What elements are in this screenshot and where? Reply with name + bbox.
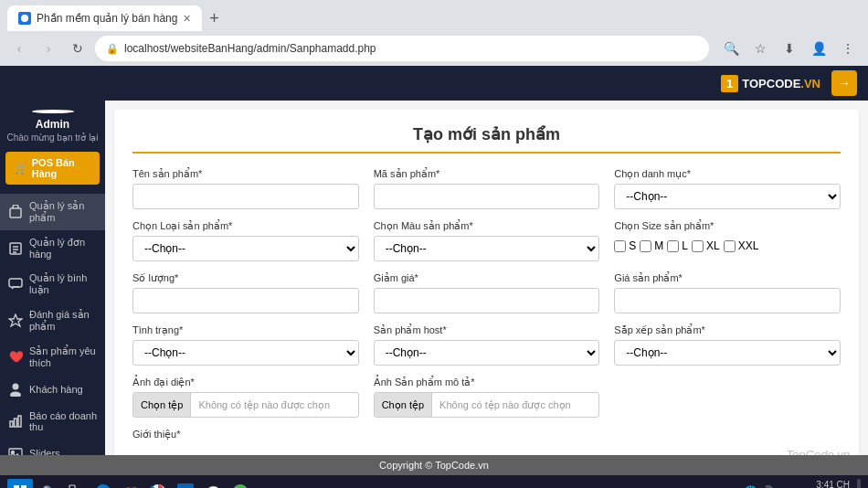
chon-loai-label: Chọn Loại sản phẩm* xyxy=(132,220,359,232)
url-bar[interactable]: 🔒 localhost/websiteBanHang/admin/Sanpham… xyxy=(95,36,709,61)
topcode-watermark: TopCode.vn xyxy=(105,448,868,455)
size-s-checkbox[interactable] xyxy=(614,240,626,252)
ten-san-pham-input[interactable] xyxy=(132,184,359,209)
anh-dai-dien-file-btn[interactable]: Chọn tệp xyxy=(133,393,191,417)
vs-code-btn[interactable]: </> xyxy=(174,480,197,488)
search-browser-btn[interactable]: 🔍 xyxy=(718,36,744,61)
active-tab[interactable]: Phần mềm quản lý bán hàng × xyxy=(7,5,202,31)
size-xl-checkbox[interactable] xyxy=(692,240,704,252)
tinh-trang-select[interactable]: --Chọn-- xyxy=(132,340,359,366)
misc-btn[interactable]: A xyxy=(228,480,252,488)
show-desktop-btn[interactable] xyxy=(857,479,861,488)
back-button[interactable]: ‹ xyxy=(7,37,31,60)
form-group-size: Chọn Size sản phẩm* S M L xyxy=(614,220,841,261)
svg-rect-14 xyxy=(18,416,21,427)
size-m-label: M xyxy=(654,239,663,252)
taskview-btn[interactable] xyxy=(64,480,88,488)
svg-rect-12 xyxy=(10,421,13,427)
main-layout: Admin Chào mừng bạn trở lại 🛒 POS Bán Hà… xyxy=(0,101,868,455)
tab-close-button[interactable]: × xyxy=(183,12,190,25)
chon-mau-select[interactable]: --Chọn-- xyxy=(374,236,600,261)
form-group-tinhtrang: Tình trạng* --Chọn-- xyxy=(132,324,359,366)
san-pham-host-select[interactable]: --Chọn-- xyxy=(374,340,600,366)
new-tab-button[interactable]: + xyxy=(202,5,228,31)
sidebar-item-customers-label: Khách hàng xyxy=(29,384,83,395)
ma-san-pham-input[interactable] xyxy=(374,184,600,209)
sidebar-item-sliders[interactable]: Sliders xyxy=(0,439,105,455)
brand-logo: 1 TOPCODE.VN xyxy=(721,75,820,92)
heart-icon xyxy=(7,349,24,366)
form-group-placeholder xyxy=(614,377,841,418)
sap-xep-label: Sắp xếp sản phẩm* xyxy=(614,324,841,336)
tab-title: Phần mềm quản lý bán hàng xyxy=(37,12,177,25)
size-s-label: S xyxy=(629,239,636,252)
search-taskbar-btn[interactable]: 🔍 xyxy=(37,480,60,488)
so-luong-input[interactable] xyxy=(132,288,359,313)
gia-san-pham-input[interactable] xyxy=(614,288,841,313)
form-row-2: Chọn Loại sản phẩm* --Chọn-- Chọn Màu sả… xyxy=(132,220,841,261)
image-icon xyxy=(7,445,24,455)
sidebar-item-revenue[interactable]: Báo cáo doanh thu xyxy=(0,404,105,439)
sidebar-item-comments-label: Quản lý bình luận xyxy=(29,272,98,296)
size-s-item: S xyxy=(614,239,636,252)
bookmark-btn[interactable]: ☆ xyxy=(747,36,773,61)
sidebar-item-sliders-label: Sliders xyxy=(29,448,60,455)
browser-actions: 🔍 ☆ ⬇ 👤 ⋮ xyxy=(718,36,861,61)
sap-xep-select[interactable]: --Chọn-- xyxy=(614,340,841,366)
box-icon xyxy=(7,204,24,220)
sidebar-item-comments[interactable]: Quản lý bình luận xyxy=(0,266,105,302)
admin-name: Admin xyxy=(36,118,69,131)
pos-button[interactable]: 🛒 POS Bán Hàng xyxy=(5,152,101,185)
form-group-ma: Mã sản phẩm* xyxy=(374,168,600,209)
forward-button[interactable]: › xyxy=(37,37,60,60)
sidebar-item-orders[interactable]: Quản lý đơn hàng xyxy=(0,230,105,266)
form-group-mau: Chọn Màu sản phẩm* --Chọn-- xyxy=(374,220,600,261)
size-l-checkbox[interactable] xyxy=(667,240,679,252)
brand-logo-name: TOPCODE.VN xyxy=(742,77,820,90)
sidebar-item-products-label: Quản lý sản phẩm xyxy=(29,200,98,224)
form-row-5: Ảnh đại diện* Chọn tệp Không có tệp nào … xyxy=(132,377,841,418)
browser-chrome: Phần mềm quản lý bán hàng × + ‹ › ↻ 🔒 lo… xyxy=(0,0,868,66)
chat-icon xyxy=(7,276,24,292)
sidebar-item-favorites[interactable]: Sản phẩm yêu thích xyxy=(0,339,105,375)
chon-loai-select[interactable]: --Chọn-- xyxy=(132,236,359,261)
profile-btn[interactable]: 👤 xyxy=(806,36,831,61)
start-button[interactable] xyxy=(7,479,33,488)
skype-btn[interactable]: 💬 xyxy=(201,480,225,488)
size-m-checkbox[interactable] xyxy=(640,240,651,252)
sidebar-item-products[interactable]: Quản lý sản phẩm xyxy=(0,194,105,230)
form-group-danhmuc: Chọn danh mục* --Chọn-- xyxy=(614,168,841,209)
brand-arrow-btn[interactable]: → xyxy=(831,70,857,96)
sidebar-item-customers[interactable]: Khách hàng xyxy=(0,375,105,404)
edge-browser-btn[interactable]: e xyxy=(91,480,115,488)
form-group-soluong: Số lượng* xyxy=(132,272,359,313)
size-checkbox-group: S M L XL xyxy=(614,239,841,252)
taskbar: 🔍 e 📁 </> 💬 A ∧ 🌐 🔊 ENG 3:41 xyxy=(0,475,868,488)
anh-mo-ta-file-btn[interactable]: Chọn tệp xyxy=(375,393,432,417)
file-explorer-btn[interactable]: 📁 xyxy=(119,480,143,488)
svg-rect-3 xyxy=(10,208,21,217)
chon-danh-muc-select[interactable]: --Chọn-- xyxy=(614,184,841,209)
size-xxl-checkbox[interactable] xyxy=(724,240,736,252)
ma-san-pham-label: Mã sản phẩm* xyxy=(374,168,600,180)
size-l-label: L xyxy=(682,239,688,252)
chon-danh-muc-label: Chọn danh mục* xyxy=(614,168,841,180)
admin-welcome: Chào mừng bạn trở lại xyxy=(6,133,98,143)
form-group-loai: Chọn Loại sản phẩm* --Chọn-- xyxy=(132,220,359,261)
sidebar-item-orders-label: Quản lý đơn hàng xyxy=(29,237,98,260)
form-row-6: Giới thiệu* xyxy=(132,429,841,440)
svg-point-10 xyxy=(13,384,19,390)
svg-point-0 xyxy=(21,15,28,22)
watermark-container: TopCode.vn xyxy=(105,448,868,455)
copyright-text: Copyright © TopCode.vn xyxy=(379,460,489,471)
anh-dai-dien-label: Ảnh đại diện* xyxy=(132,377,359,388)
download-btn[interactable]: ⬇ xyxy=(777,36,802,61)
sidebar-item-reviews[interactable]: Đánh giá sản phẩm xyxy=(0,302,105,339)
size-xl-item: XL xyxy=(692,239,720,252)
chrome-btn[interactable] xyxy=(146,480,170,488)
refresh-button[interactable]: ↻ xyxy=(66,37,90,60)
pos-icon: 🛒 xyxy=(15,163,27,175)
giam-gia-input[interactable] xyxy=(374,288,600,313)
svg-point-1 xyxy=(47,110,59,113)
menu-btn[interactable]: ⋮ xyxy=(835,36,861,61)
